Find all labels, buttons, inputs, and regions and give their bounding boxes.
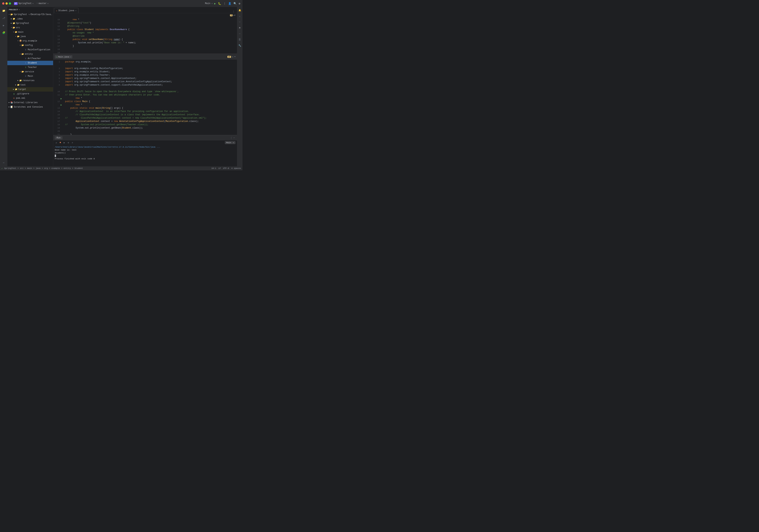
pane-tab-mainjava[interactable]: ☕ Main.java ✕ — [55, 55, 72, 58]
run-icon[interactable]: ▶ — [214, 2, 216, 5]
project-label[interactable]: ST SpringTest ▾ — [14, 2, 34, 5]
problems-icon[interactable]: ⚠ — [238, 14, 242, 18]
editor-top-more-icon[interactable]: ⋮ — [232, 10, 235, 13]
resume-icon[interactable]: ▶ — [63, 141, 66, 144]
tree-item-teacher[interactable]: I Teacher — [7, 65, 53, 70]
tab-main-run[interactable]: Main ✕ — [225, 141, 235, 144]
editors-split: 5 ▲ ▼ 10 11 12 13 -- 14 15 16 17 — [53, 13, 237, 135]
minimize-button[interactable] — [6, 2, 8, 5]
tree-item-src[interactable]: ▾ 📂 src — [7, 25, 53, 30]
tree-item-idea[interactable]: ▶ 📁 .idea — [7, 17, 53, 21]
terminal-content[interactable]: /Users/eve/Library/Java/JavaVirtualMachi… — [53, 145, 237, 166]
right-tool-3[interactable]: 🔧 — [238, 44, 242, 47]
tab-close-student[interactable]: ✕ — [75, 10, 76, 12]
tree-item-test[interactable]: ▶ 📁 test — [7, 83, 53, 87]
pane-tab-close[interactable]: ✕ — [70, 56, 71, 58]
profile-icon[interactable]: 👤 — [228, 2, 231, 5]
settings-toolbar-icon[interactable]: ⚙ — [67, 141, 70, 144]
tree-item-student[interactable]: C Student — [7, 61, 53, 65]
bookmarks-icon[interactable]: m — [238, 26, 242, 30]
package-icon: 📦 — [19, 39, 22, 42]
titlebar: ST SpringTest ▾ ⑂ master ▾ Main ▾ ▶ 🐛 ⋮ … — [0, 0, 242, 7]
stop-icon[interactable]: ■ — [59, 141, 62, 144]
tree-label-scratches: Scratches and Consoles — [14, 105, 43, 109]
line-separator-status[interactable]: LF — [219, 167, 221, 170]
maximize-button[interactable] — [9, 2, 11, 5]
tree-item-external[interactable]: ▶ 📚 External Libraries — [7, 100, 53, 105]
java-path-text: /Users/eve/Library/Java/JavaVirtualMachi… — [55, 146, 160, 148]
tree-item-resources[interactable]: ▶ 📁 resources — [7, 78, 53, 83]
tree-label-teacher: Teacher — [28, 65, 37, 69]
vcs-icon[interactable]: ⎇ — [1, 16, 6, 20]
tree-item-target[interactable]: ▶ 📁 target — [7, 87, 53, 92]
tree-arrow-src: ▾ — [10, 27, 13, 29]
notifications-icon[interactable]: 🔔 — [238, 9, 242, 12]
run-panel-icon[interactable]: ▶ — [1, 23, 6, 27]
plugins-icon[interactable]: 🧩 — [1, 30, 6, 35]
editor-content-bottom[interactable]: 1 3 4 5 6 7 8 10 11 -- 12 -- — [53, 59, 237, 135]
tree-item-scratches[interactable]: ▶ 📝 Scratches and Consoles — [7, 105, 53, 109]
pane-tab-bar: ☕ Main.java ✕ ▲2 ▲ ▼ — [53, 54, 237, 59]
interface-icon: I — [24, 66, 27, 69]
debug-icon[interactable]: 🐛 — [218, 2, 221, 5]
tree-arrow-student — [22, 62, 24, 64]
git-status-icon: ✓ — [1, 167, 3, 170]
tree-label-pomxml: pom.xml — [16, 96, 25, 100]
rerun-icon[interactable]: ↺ — [55, 141, 58, 144]
class-icon: C — [24, 61, 27, 64]
tree-item-mainclass[interactable]: C Main — [7, 74, 53, 78]
class-icon: C — [24, 75, 27, 78]
tree-arrow-gitignore — [10, 93, 13, 95]
run-gutter-icon-2[interactable]: ▶ — [60, 103, 63, 106]
folder-icon[interactable]: 📁 — [1, 9, 6, 13]
tree-item-gitignore[interactable]: g .gitignore — [7, 92, 53, 96]
tree-item-entity[interactable]: ▾ 📂 entity — [7, 52, 53, 57]
tab-run[interactable]: Run — [55, 136, 62, 139]
line-col-status[interactable]: 18:1 — [212, 167, 216, 170]
settings-icon[interactable]: ⚙ — [239, 2, 240, 5]
tree-item-springtest[interactable]: ▶ 📁 SpringTest — [7, 21, 53, 25]
right-tool-2[interactable]: ─ — [238, 32, 242, 36]
project-name: SpringTest — [19, 2, 32, 5]
tree-item-org-example[interactable]: ▾ 📦 org.example — [7, 39, 53, 43]
scroll-down-icon-bottom[interactable]: ▼ — [234, 56, 235, 58]
bottom-minimize-icon[interactable]: ─ — [233, 136, 235, 139]
libraries-icon: 📚 — [10, 101, 13, 104]
bottom-panel: Run ⋮ ─ ↺ ■ ▶ ⚙ ✕ Main ✕ — [53, 135, 237, 166]
tree-label-mainclass: Main — [28, 74, 33, 78]
tree-item-java[interactable]: ▾ 📂 java — [7, 34, 53, 39]
project-header[interactable]: Project ▾ — [7, 8, 53, 12]
tab-student-java[interactable]: ☕ Student.java ✕ — [54, 8, 78, 13]
tree-item-config[interactable]: ▾ 📂 config — [7, 43, 53, 48]
bottom-more-icon[interactable]: ⋮ — [230, 136, 232, 139]
tree-item-artteacher[interactable]: C ArtTeacher — [7, 57, 53, 61]
terminal-line-path: /Users/eve/Library/Java/JavaVirtualMachi… — [55, 146, 235, 148]
java-file-icon: ☕ — [56, 9, 57, 12]
indent-status[interactable]: 4 spaces — [231, 167, 241, 170]
search-icon[interactable]: 🔍 — [233, 2, 237, 5]
run-tab-main-label: Main — [226, 141, 231, 144]
close-button[interactable] — [2, 2, 4, 5]
tree-item-service[interactable]: ▾ 📂 service — [7, 70, 53, 74]
scroll-up-icon-bottom[interactable]: ▲ — [232, 56, 233, 58]
tree-item-main[interactable]: ▾ 📂 main — [7, 30, 53, 34]
database-icon[interactable]: 🗄 — [238, 38, 242, 42]
scroll-down-icon[interactable]: ▼ — [234, 14, 235, 16]
branch-label[interactable]: ⑂ master ▾ — [37, 2, 49, 5]
right-tool-1[interactable]: ─ — [238, 20, 242, 24]
status-bar-right: 18:1 LF UTF-8 4 spaces — [212, 167, 241, 170]
folder-icon: 📂 — [21, 53, 24, 56]
tree-item-mainconfiguration[interactable]: C MainConfiguration — [7, 48, 53, 52]
encoding-status[interactable]: UTF-8 — [223, 167, 229, 170]
tree-item-pomxml[interactable]: m pom.xml — [7, 96, 53, 100]
run-gutter-icon[interactable]: ▶ — [60, 97, 63, 100]
project-header-label: Project — [9, 9, 18, 11]
close-toolbar-icon[interactable]: ✕ — [71, 141, 74, 144]
tree-item-root[interactable]: ▾ 📂 SpringTest ~/Desktop/CS/JavaEE/2 Jav… — [7, 12, 53, 17]
breadcrumb[interactable]: SpringTest > src > main > java > org > e… — [4, 167, 83, 170]
tree-label-service: service — [25, 70, 34, 74]
more-icon[interactable]: ⋮ — [223, 2, 226, 5]
traffic-lights — [2, 2, 11, 5]
more-tools-icon[interactable]: ⋯ — [1, 161, 6, 165]
editor-content-top[interactable]: 10 11 12 13 -- 14 15 16 17 18 19 20 21 — [53, 17, 237, 54]
